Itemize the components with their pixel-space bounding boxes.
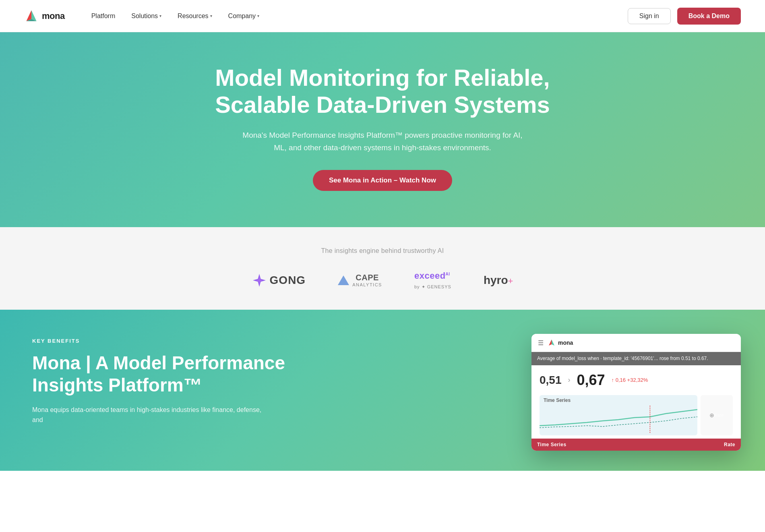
hero-cta-button[interactable]: See Mona in Action – Watch Now: [313, 170, 452, 191]
nav-links: Platform Solutions ▾ Resources ▾ Company…: [85, 9, 266, 23]
metric-change: ↑ 0,16 +32,32%: [612, 377, 648, 383]
cape-sub-text: ANALYTICS: [352, 282, 382, 287]
dashboard-sidebar: ⊕ Rate: [701, 395, 733, 435]
navbar-right: Sign in Book a Demo: [628, 8, 741, 25]
gong-text: GONG: [270, 274, 306, 287]
svg-marker-3: [549, 339, 552, 346]
metric-new-value: 0,67: [577, 372, 605, 389]
hero-title: Model Monitoring for Reliable, Scalable …: [215, 64, 550, 118]
nav-item-platform[interactable]: Platform: [85, 9, 122, 23]
benefits-desc: Mona equips data-oriented teams in high-…: [32, 405, 274, 425]
logos-tagline: The insights engine behind trustworthy A…: [40, 247, 725, 255]
metric-arrow-icon: ›: [568, 376, 571, 384]
rate-bar-label: Rate: [724, 442, 735, 447]
navbar: mona Platform Solutions ▾ Resources ▾ Co…: [0, 0, 765, 32]
chevron-down-icon: ▾: [257, 14, 259, 18]
logo-text: mona: [42, 11, 65, 21]
signin-button[interactable]: Sign in: [628, 8, 671, 24]
logos-row: GONG CAPE ANALYTICS exceedAI by ✦ GENESY…: [40, 271, 725, 290]
exceed-top-text: exceedAI: [414, 271, 450, 281]
time-series-chart: Time Series: [540, 395, 697, 435]
exceed-logo: exceedAI by ✦ GENESYS: [414, 271, 451, 290]
gong-logo: GONG: [252, 273, 306, 288]
dashboard-bottom-bar: Time Series Rate: [531, 439, 741, 451]
chart-label: Time Series: [540, 395, 697, 406]
exceed-bottom-text: by ✦ GENESYS: [414, 284, 451, 290]
scan-icon: ⊕: [709, 410, 714, 420]
navbar-left: mona Platform Solutions ▾ Resources ▾ Co…: [24, 9, 266, 23]
nav-item-resources[interactable]: Resources ▾: [171, 9, 218, 23]
dashboard-metrics: 0,51 › 0,67 ↑ 0,16 +32,32%: [531, 365, 741, 392]
hyro-logo: hyro+: [484, 274, 513, 287]
dashboard-topbar: ☰ mona: [531, 334, 741, 352]
cape-analytics-logo: CAPE ANALYTICS: [338, 273, 382, 287]
dashboard-chart-area: Time Series ⊕ Rate: [531, 392, 741, 439]
mona-logo-icon: [24, 9, 39, 23]
logos-section: The insights engine behind trustworthy A…: [0, 227, 765, 310]
benefits-section: KEY BENEFITS Mona | A Model Performance …: [0, 310, 765, 471]
nav-item-company[interactable]: Company ▾: [222, 9, 266, 23]
book-demo-button[interactable]: Book a Demo: [677, 8, 741, 25]
cape-triangle-icon: [338, 275, 349, 285]
metric-old-value: 0,51: [540, 374, 562, 387]
mona-mini-icon: [548, 339, 556, 347]
rate-label: Rate: [714, 413, 724, 418]
chevron-down-icon: ▾: [159, 14, 161, 18]
logo[interactable]: mona: [24, 9, 65, 23]
hero-subtitle: Mona's Model Performance Insights Platfo…: [242, 129, 523, 154]
benefits-label: KEY BENEFITS: [32, 338, 285, 344]
cape-text: CAPE: [352, 273, 382, 282]
alert-text: Average of model_loss when · template_id…: [537, 356, 708, 361]
dashboard-preview: ☰ mona Average of model_loss when · temp…: [531, 334, 741, 451]
svg-marker-4: [552, 339, 554, 346]
nav-item-solutions[interactable]: Solutions ▾: [125, 9, 168, 23]
hyro-text: hyro+: [484, 274, 513, 287]
chevron-down-icon: ▾: [210, 14, 212, 18]
benefits-title: Mona | A Model Performance Insights Plat…: [32, 352, 285, 396]
dashboard-mona-text: mona: [558, 339, 573, 346]
menu-icon: ☰: [538, 339, 544, 347]
gong-star-icon: [252, 273, 267, 288]
dashboard-logo: mona: [548, 339, 573, 347]
dashboard-alert: Average of model_loss when · template_id…: [531, 352, 741, 365]
hero-section: Model Monitoring for Reliable, Scalable …: [0, 32, 765, 227]
line-chart-svg: [540, 406, 697, 434]
